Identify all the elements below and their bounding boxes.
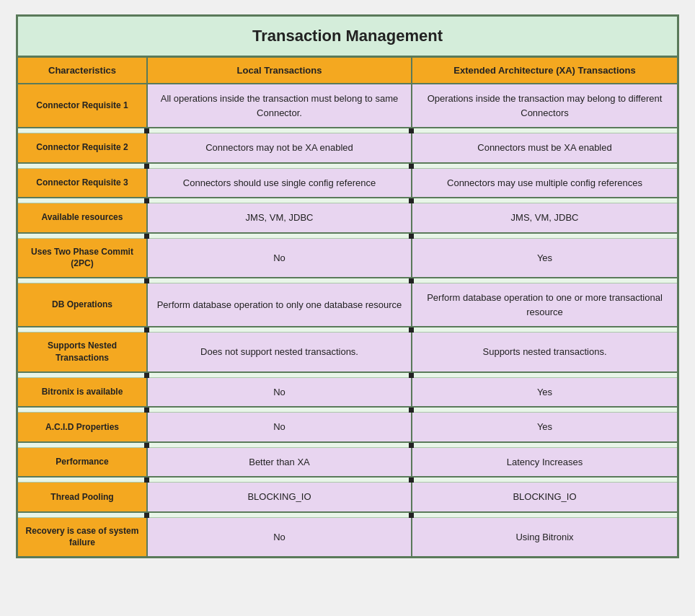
row-divider — [18, 327, 677, 333]
divider-square — [409, 443, 414, 448]
row-xa-cell: Yes — [412, 378, 677, 407]
row-divider — [18, 408, 677, 413]
table-row: Available resourcesJMS, VM, JDBCJMS, VM,… — [18, 203, 677, 234]
divider-square — [409, 478, 414, 483]
row-divider — [18, 164, 677, 169]
header-xa: Extended Architecture (XA) Transactions — [412, 58, 677, 83]
row-divider — [18, 373, 677, 378]
row-local-cell: JMS, VM, JDBC — [148, 203, 412, 232]
table-row: PerformanceBetter than XALatency Increas… — [18, 448, 677, 478]
row-xa-cell: Using Bitronix — [412, 518, 677, 557]
divider-square — [409, 373, 414, 378]
divider-square — [409, 513, 414, 518]
table-row: A.C.I.D PropertiesNoYes — [18, 413, 677, 443]
row-label: Available resources — [18, 203, 148, 232]
row-xa-cell: Yes — [412, 413, 677, 441]
row-xa-cell: BLOCKING_IO — [412, 483, 677, 511]
divider-square — [409, 327, 414, 333]
row-xa-cell: Connectors must be XA enabled — [412, 133, 677, 162]
row-label: Connector Requisite 2 — [18, 133, 148, 162]
row-label: Uses Two Phase Commit (2PC) — [18, 239, 148, 278]
row-xa-cell: Supports nested transactions. — [412, 333, 677, 371]
table-row: Bitronix is availableNoYes — [18, 378, 677, 408]
row-label: Supports Nested Transactions — [18, 333, 148, 371]
table-title: Transaction Management — [18, 17, 677, 58]
row-local-cell: All operations inside the transaction mu… — [148, 84, 412, 127]
header-characteristics: Characteristics — [18, 58, 148, 83]
row-local-cell: Perform database operation to only one d… — [148, 283, 412, 326]
table-row: Connector Requisite 1All operations insi… — [18, 84, 677, 128]
row-divider — [18, 128, 677, 133]
row-label: Recovery is case of system failure — [18, 518, 148, 557]
divider-square — [409, 234, 414, 239]
row-local-cell: Does not support nested transactions. — [148, 333, 412, 371]
table-row: Connector Requisite 3Connectors should u… — [18, 169, 677, 199]
row-label: Performance — [18, 448, 148, 477]
transaction-management-table: Transaction Management Characteristics L… — [16, 14, 679, 558]
row-divider — [18, 278, 677, 283]
row-local-cell: BLOCKING_IO — [148, 483, 412, 511]
row-divider — [18, 234, 677, 239]
table-body: Connector Requisite 1All operations insi… — [18, 84, 677, 556]
header-local: Local Transactions — [148, 58, 412, 83]
table-row: Connector Requisite 2Connectors may not … — [18, 133, 677, 164]
row-xa-cell: Perform database operation to one or mor… — [412, 283, 677, 326]
table-row: DB OperationsPerform database operation … — [18, 283, 677, 327]
table-row: Supports Nested TransactionsDoes not sup… — [18, 333, 677, 373]
table-header: Characteristics Local Transactions Exten… — [18, 58, 677, 84]
row-label: Connector Requisite 3 — [18, 169, 148, 198]
row-local-cell: No — [148, 518, 412, 557]
row-label: Thread Pooling — [18, 483, 148, 511]
row-divider — [18, 513, 677, 518]
row-xa-cell: Connectors may use multiple config refer… — [412, 169, 677, 198]
row-local-cell: Connectors may not be XA enabled — [148, 133, 412, 162]
row-divider — [18, 198, 677, 203]
row-xa-cell: Latency Increases — [412, 448, 677, 477]
divider-square — [409, 128, 414, 133]
row-xa-cell: Operations inside the transaction may be… — [412, 84, 677, 127]
divider-square — [409, 408, 414, 413]
row-label: Bitronix is available — [18, 378, 148, 407]
table-row: Recovery is case of system failureNoUsin… — [18, 518, 677, 557]
row-divider — [18, 478, 677, 483]
row-local-cell: No — [148, 378, 412, 407]
divider-square — [409, 164, 414, 169]
row-label: DB Operations — [18, 283, 148, 326]
divider-square — [409, 278, 414, 283]
row-local-cell: No — [148, 413, 412, 441]
divider-square — [409, 198, 414, 203]
row-label: A.C.I.D Properties — [18, 413, 148, 441]
row-xa-cell: Yes — [412, 239, 677, 278]
row-xa-cell: JMS, VM, JDBC — [412, 203, 677, 232]
row-label: Connector Requisite 1 — [18, 84, 148, 127]
row-divider — [18, 443, 677, 448]
row-local-cell: Connectors should use single config refe… — [148, 169, 412, 198]
row-local-cell: Better than XA — [148, 448, 412, 477]
table-row: Thread PoolingBLOCKING_IOBLOCKING_IO — [18, 483, 677, 513]
row-local-cell: No — [148, 239, 412, 278]
table-row: Uses Two Phase Commit (2PC)NoYes — [18, 239, 677, 279]
